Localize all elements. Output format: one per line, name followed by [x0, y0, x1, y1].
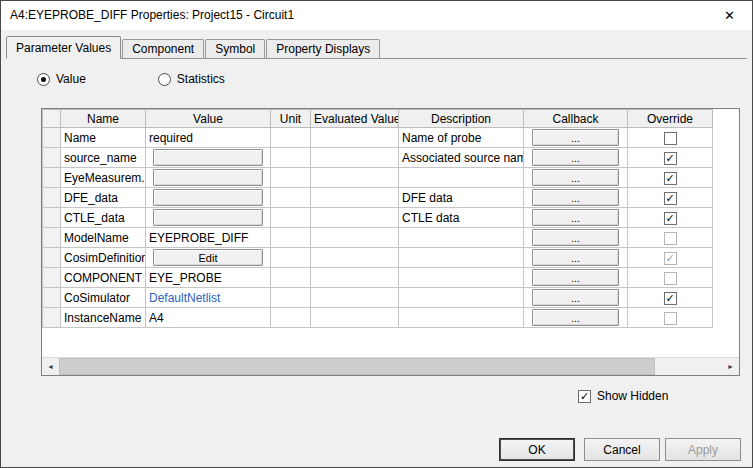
scroll-right-icon[interactable]: ► [722, 358, 739, 375]
row-selector[interactable] [43, 268, 61, 288]
table-body: NamerequiredName of probe...source_nameA… [43, 128, 713, 328]
tab-symbol[interactable]: Symbol [205, 39, 265, 58]
column-header-name: Name [61, 110, 146, 128]
callback-cell: ... [524, 288, 628, 308]
show-hidden-label: Show Hidden [597, 389, 668, 403]
parameter-table-container: NameValueUnitEvaluated ValueDescriptionC… [41, 108, 740, 376]
unit-cell [271, 308, 311, 328]
callback-button[interactable]: ... [532, 209, 619, 226]
callback-cell: ... [524, 208, 628, 228]
description-cell [399, 228, 524, 248]
callback-button[interactable]: ... [532, 249, 619, 266]
row-selector[interactable] [43, 148, 61, 168]
override-cell: ✓ [628, 188, 713, 208]
override-cell [628, 128, 713, 148]
row-selector[interactable] [43, 308, 61, 328]
callback-cell: ... [524, 148, 628, 168]
description-cell: Name of probe [399, 128, 524, 148]
callback-button[interactable]: ... [532, 169, 619, 186]
radio-value-icon[interactable] [37, 73, 50, 86]
param-value-cell: EYE_PROBE [146, 268, 271, 288]
table-row: EyeMeasurem......✓ [43, 168, 713, 188]
callback-cell: ... [524, 228, 628, 248]
override-cell [628, 268, 713, 288]
row-selector[interactable] [43, 128, 61, 148]
cancel-button[interactable]: Cancel [584, 438, 660, 461]
override-cell: ✓ [628, 248, 713, 268]
table-row: COMPONENTEYE_PROBE... [43, 268, 713, 288]
override-checkbox[interactable]: ✓ [664, 292, 677, 305]
table-row: NamerequiredName of probe... [43, 128, 713, 148]
description-cell: CTLE data [399, 208, 524, 228]
value-field-button[interactable] [153, 169, 263, 186]
value-link[interactable]: DefaultNetlist [149, 291, 220, 305]
callback-button[interactable]: ... [532, 189, 619, 206]
horizontal-scrollbar[interactable]: ◄ ► [42, 357, 739, 375]
override-checkbox[interactable]: ✓ [664, 172, 677, 185]
override-checkbox[interactable]: ✓ [664, 152, 677, 165]
show-hidden-checkbox[interactable]: ✓ [578, 390, 591, 403]
callback-button[interactable]: ... [532, 149, 619, 166]
value-mode-radio-group: Value Statistics [37, 72, 225, 86]
param-value-cell [146, 168, 271, 188]
param-name-cell: source_name [61, 148, 146, 168]
callback-cell: ... [524, 248, 628, 268]
description-cell [399, 168, 524, 188]
override-cell: ✓ [628, 168, 713, 188]
scrollbar-thumb[interactable] [59, 358, 655, 375]
row-selector[interactable] [43, 248, 61, 268]
row-selector[interactable] [43, 168, 61, 188]
ok-button[interactable]: OK [499, 438, 575, 461]
evaluated-value-cell [311, 208, 399, 228]
override-checkbox[interactable] [664, 132, 677, 145]
unit-cell [271, 188, 311, 208]
unit-cell [271, 208, 311, 228]
radio-statistics-label: Statistics [177, 72, 225, 86]
value-field-button[interactable] [153, 189, 263, 206]
edit-button[interactable]: Edit [153, 249, 263, 266]
value-field-button[interactable] [153, 149, 263, 166]
column-header-override: Override [628, 110, 713, 128]
title-bar: A4:EYEPROBE_DIFF Properties: Project15 -… [1, 1, 752, 30]
param-name-cell: CosimDefinition [61, 248, 146, 268]
close-icon[interactable]: ✕ [707, 1, 752, 30]
row-selector[interactable] [43, 228, 61, 248]
evaluated-value-cell [311, 128, 399, 148]
callback-button[interactable]: ... [532, 289, 619, 306]
param-value-cell: EYEPROBE_DIFF [146, 228, 271, 248]
row-selector[interactable] [43, 208, 61, 228]
override-cell: ✓ [628, 148, 713, 168]
radio-statistics-icon[interactable] [158, 73, 171, 86]
param-name-cell: DFE_data [61, 188, 146, 208]
column-header-evaluated-value: Evaluated Value [311, 110, 399, 128]
param-name-cell: COMPONENT [61, 268, 146, 288]
value-field-button[interactable] [153, 209, 263, 226]
table-row: CTLE_dataCTLE data...✓ [43, 208, 713, 228]
callback-cell: ... [524, 128, 628, 148]
tab-property-displays[interactable]: Property Displays [266, 39, 380, 58]
override-checkbox[interactable]: ✓ [664, 192, 677, 205]
tab-parameter-values[interactable]: Parameter Values [6, 36, 121, 59]
callback-button[interactable]: ... [532, 129, 619, 146]
scroll-left-icon[interactable]: ◄ [42, 358, 59, 375]
override-checkbox [664, 312, 677, 325]
row-selector[interactable] [43, 188, 61, 208]
radio-statistics[interactable]: Statistics [158, 72, 225, 86]
callback-button[interactable]: ... [532, 269, 619, 286]
show-hidden-toggle[interactable]: ✓ Show Hidden [578, 389, 668, 403]
tab-component[interactable]: Component [122, 39, 204, 58]
radio-value[interactable]: Value [37, 72, 86, 86]
param-value-cell: DefaultNetlist [146, 288, 271, 308]
table-row: CoSimulatorDefaultNetlist...✓ [43, 288, 713, 308]
description-cell [399, 288, 524, 308]
description-cell [399, 308, 524, 328]
callback-button[interactable]: ... [532, 229, 619, 246]
callback-cell: ... [524, 168, 628, 188]
callback-button[interactable]: ... [532, 309, 619, 326]
override-checkbox[interactable]: ✓ [664, 212, 677, 225]
unit-cell [271, 228, 311, 248]
column-header-selector [43, 110, 61, 128]
row-selector[interactable] [43, 288, 61, 308]
table-row: ModelNameEYEPROBE_DIFF... [43, 228, 713, 248]
unit-cell [271, 288, 311, 308]
